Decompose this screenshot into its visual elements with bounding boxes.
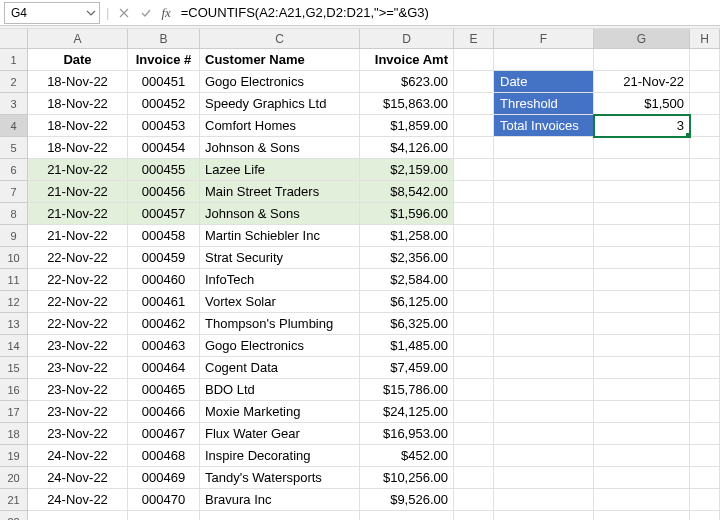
- cell-amount-16[interactable]: $15,786.00: [360, 379, 454, 401]
- row-header-9[interactable]: 9: [0, 225, 28, 247]
- cell-customer-3[interactable]: Speedy Graphics Ltd: [200, 93, 360, 115]
- cell-blank-22-4[interactable]: [454, 511, 494, 520]
- cell-G12[interactable]: [594, 291, 690, 313]
- cell-customer-18[interactable]: Flux Water Gear: [200, 423, 360, 445]
- cell-amount-9[interactable]: $1,258.00: [360, 225, 454, 247]
- cell-date-9[interactable]: 21-Nov-22: [28, 225, 128, 247]
- cell-blank-22-7[interactable]: [690, 511, 720, 520]
- cell-E19[interactable]: [454, 445, 494, 467]
- cell-E17[interactable]: [454, 401, 494, 423]
- cell-blank-22-2[interactable]: [200, 511, 360, 520]
- cell-amount-6[interactable]: $2,159.00: [360, 159, 454, 181]
- cell-blank-22-0[interactable]: [28, 511, 128, 520]
- cell-amount-17[interactable]: $24,125.00: [360, 401, 454, 423]
- cell-F11[interactable]: [494, 269, 594, 291]
- cell-G15[interactable]: [594, 357, 690, 379]
- cell-invoice-3[interactable]: 000452: [128, 93, 200, 115]
- row-header-19[interactable]: 19: [0, 445, 28, 467]
- cell-date-11[interactable]: 22-Nov-22: [28, 269, 128, 291]
- cell-F17[interactable]: [494, 401, 594, 423]
- cell-invoice-19[interactable]: 000468: [128, 445, 200, 467]
- row-header-21[interactable]: 21: [0, 489, 28, 511]
- cancel-icon[interactable]: [115, 4, 133, 22]
- cell-F14[interactable]: [494, 335, 594, 357]
- cell-H1[interactable]: [690, 49, 720, 71]
- cell-G17[interactable]: [594, 401, 690, 423]
- cell-amount-7[interactable]: $8,542.00: [360, 181, 454, 203]
- select-all-corner[interactable]: [0, 29, 28, 49]
- cell-invoice-15[interactable]: 000464: [128, 357, 200, 379]
- cell-H19[interactable]: [690, 445, 720, 467]
- row-header-22[interactable]: 22: [0, 511, 28, 520]
- cell-customer-20[interactable]: Tandy's Watersports: [200, 467, 360, 489]
- cell-G21[interactable]: [594, 489, 690, 511]
- cell-F21[interactable]: [494, 489, 594, 511]
- cell-G16[interactable]: [594, 379, 690, 401]
- cell-customer-6[interactable]: Lazee Life: [200, 159, 360, 181]
- cell-F13[interactable]: [494, 313, 594, 335]
- cell-amount-10[interactable]: $2,356.00: [360, 247, 454, 269]
- row-header-3[interactable]: 3: [0, 93, 28, 115]
- cell-E14[interactable]: [454, 335, 494, 357]
- cell-customer-17[interactable]: Moxie Marketing: [200, 401, 360, 423]
- cell-F20[interactable]: [494, 467, 594, 489]
- cell-H5[interactable]: [690, 137, 720, 159]
- cell-invoice-4[interactable]: 000453: [128, 115, 200, 137]
- col-header-C[interactable]: C: [200, 29, 360, 49]
- fx-icon[interactable]: fx: [161, 5, 170, 21]
- cell-customer-10[interactable]: Strat Security: [200, 247, 360, 269]
- cell-date-7[interactable]: 21-Nov-22: [28, 181, 128, 203]
- cell-G11[interactable]: [594, 269, 690, 291]
- cell-customer-19[interactable]: Inspire Decorating: [200, 445, 360, 467]
- cell-blank-22-3[interactable]: [360, 511, 454, 520]
- cell-customer-5[interactable]: Johnson & Sons: [200, 137, 360, 159]
- cell-amount-5[interactable]: $4,126.00: [360, 137, 454, 159]
- cell-customer-21[interactable]: Bravura Inc: [200, 489, 360, 511]
- cell-H2[interactable]: [690, 71, 720, 93]
- cell-customer-13[interactable]: Thompson's Plumbing: [200, 313, 360, 335]
- cell-amount-3[interactable]: $15,863.00: [360, 93, 454, 115]
- cell-invoice-9[interactable]: 000458: [128, 225, 200, 247]
- cell-date-20[interactable]: 24-Nov-22: [28, 467, 128, 489]
- cell-invoice-13[interactable]: 000462: [128, 313, 200, 335]
- cell-G18[interactable]: [594, 423, 690, 445]
- row-header-10[interactable]: 10: [0, 247, 28, 269]
- cell-H14[interactable]: [690, 335, 720, 357]
- cell-G10[interactable]: [594, 247, 690, 269]
- col-header-B[interactable]: B: [128, 29, 200, 49]
- row-header-1[interactable]: 1: [0, 49, 28, 71]
- cell-amount-15[interactable]: $7,459.00: [360, 357, 454, 379]
- cell-G14[interactable]: [594, 335, 690, 357]
- cell-date-3[interactable]: 18-Nov-22: [28, 93, 128, 115]
- cell-H21[interactable]: [690, 489, 720, 511]
- cell-invoice-12[interactable]: 000461: [128, 291, 200, 313]
- cell-E8[interactable]: [454, 203, 494, 225]
- active-cell-G4[interactable]: 3: [594, 115, 690, 137]
- cell-date-18[interactable]: 23-Nov-22: [28, 423, 128, 445]
- cell-H15[interactable]: [690, 357, 720, 379]
- cell-amount-20[interactable]: $10,256.00: [360, 467, 454, 489]
- cell-customer-8[interactable]: Johnson & Sons: [200, 203, 360, 225]
- cell-invoice-18[interactable]: 000467: [128, 423, 200, 445]
- cell-blank-22-6[interactable]: [594, 511, 690, 520]
- cell-H4[interactable]: [690, 115, 720, 137]
- cell-date-12[interactable]: 22-Nov-22: [28, 291, 128, 313]
- cell-E16[interactable]: [454, 379, 494, 401]
- col-header-D[interactable]: D: [360, 29, 454, 49]
- row-header-7[interactable]: 7: [0, 181, 28, 203]
- row-header-2[interactable]: 2: [0, 71, 28, 93]
- row-header-15[interactable]: 15: [0, 357, 28, 379]
- cell-G13[interactable]: [594, 313, 690, 335]
- cell-H8[interactable]: [690, 203, 720, 225]
- cell-E3[interactable]: [454, 93, 494, 115]
- cell-customer-14[interactable]: Gogo Electronics: [200, 335, 360, 357]
- cell-blank-22-5[interactable]: [494, 511, 594, 520]
- cell-blank-22-1[interactable]: [128, 511, 200, 520]
- cell-E18[interactable]: [454, 423, 494, 445]
- cell-F15[interactable]: [494, 357, 594, 379]
- cell-invoice-11[interactable]: 000460: [128, 269, 200, 291]
- cell-E5[interactable]: [454, 137, 494, 159]
- cell-date-8[interactable]: 21-Nov-22: [28, 203, 128, 225]
- cell-amount-8[interactable]: $1,596.00: [360, 203, 454, 225]
- row-header-11[interactable]: 11: [0, 269, 28, 291]
